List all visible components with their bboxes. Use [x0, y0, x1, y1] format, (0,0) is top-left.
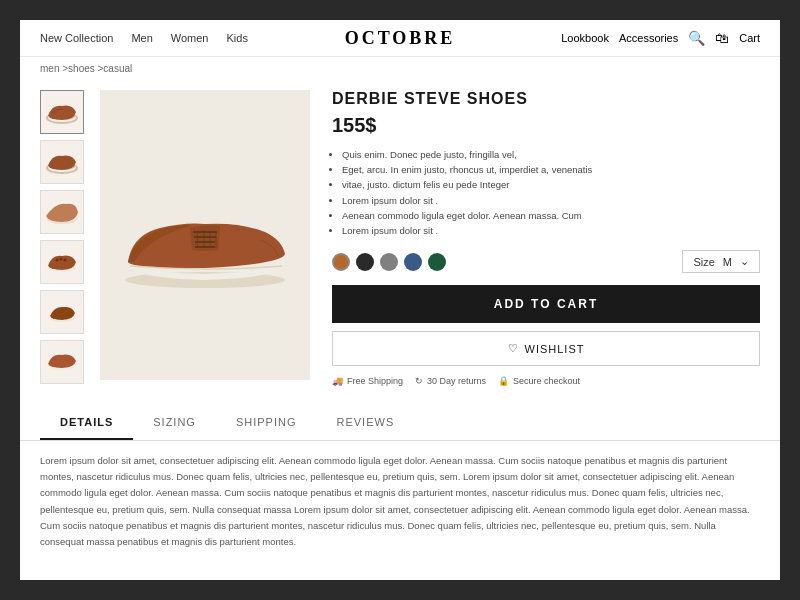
product-description: Quis enim. Donec pede justo, fringilla v…: [332, 147, 760, 238]
thumbnail-5[interactable]: [40, 290, 84, 334]
nav-men[interactable]: Men: [131, 32, 152, 44]
product-area: DERBIE STEVE SHOES 155$ Quis enim. Donec…: [20, 80, 780, 396]
free-shipping-feature: 🚚 Free Shipping: [332, 376, 403, 386]
desc-item-1: Quis enim. Donec pede justo, fringilla v…: [342, 147, 760, 162]
nav-kids[interactable]: Kids: [226, 32, 247, 44]
details-paragraph: Lorem ipsum dolor sit amet, consectetuer…: [40, 453, 760, 550]
svg-point-4: [64, 259, 67, 262]
details-content: Lorem ipsum dolor sit amet, consectetuer…: [20, 441, 780, 562]
breadcrumb: men >shoes >casual: [20, 57, 780, 80]
thumbnail-3[interactable]: [40, 190, 84, 234]
page-wrapper: New Collection Men Women Kids OCTOBRE Lo…: [20, 20, 780, 580]
cart-icon[interactable]: 🛍: [715, 30, 729, 46]
secure-checkout-feature: 🔒 Secure checkout: [498, 376, 580, 386]
svg-point-3: [60, 258, 63, 261]
desc-item-2: Eget, arcu. In enim justo, rhoncus ut, i…: [342, 162, 760, 177]
svg-point-2: [56, 259, 59, 262]
swatch-brown[interactable]: [332, 253, 350, 271]
swatch-black[interactable]: [356, 253, 374, 271]
returns-label: 30 Day returns: [427, 376, 486, 386]
brand-logo[interactable]: OCTOBRE: [345, 28, 456, 49]
tab-shipping[interactable]: SHIPPING: [216, 406, 317, 440]
desc-item-6: Lorem ipsum dolor sit .: [342, 223, 760, 238]
nav-new-collection[interactable]: New Collection: [40, 32, 113, 44]
thumbnail-list: [40, 90, 88, 386]
tab-reviews[interactable]: REVIEWS: [317, 406, 415, 440]
swatch-green[interactable]: [428, 253, 446, 271]
swatch-gray[interactable]: [380, 253, 398, 271]
color-swatches: [332, 253, 446, 271]
product-title: DERBIE STEVE SHOES: [332, 90, 760, 108]
refresh-icon: ↻: [415, 376, 423, 386]
thumbnail-6[interactable]: [40, 340, 84, 384]
secure-checkout-label: Secure checkout: [513, 376, 580, 386]
returns-feature: ↻ 30 Day returns: [415, 376, 486, 386]
nav-accessories[interactable]: Accessories: [619, 32, 678, 44]
wishlist-label: WISHLIST: [525, 343, 585, 355]
product-info: DERBIE STEVE SHOES 155$ Quis enim. Donec…: [322, 90, 760, 386]
desc-item-4: Lorem ipsum dolor sit .: [342, 193, 760, 208]
size-label: Size: [693, 256, 714, 268]
thumbnail-2[interactable]: [40, 140, 84, 184]
desc-item-5: Aenean commodo ligula eget dolor. Aenean…: [342, 208, 760, 223]
tabs-row: DETAILS SIZING SHIPPING REVIEWS: [20, 406, 780, 441]
nav-right: Lookbook Accessories 🔍 🛍 Cart: [561, 30, 760, 46]
truck-icon: 🚚: [332, 376, 343, 386]
tab-details[interactable]: DETAILS: [40, 406, 133, 440]
lock-icon: 🔒: [498, 376, 509, 386]
chevron-down-icon: ⌄: [740, 255, 749, 268]
heart-icon: ♡: [508, 342, 519, 355]
thumbnail-1[interactable]: [40, 90, 84, 134]
options-row: Size M ⌄: [332, 250, 760, 273]
nav-women[interactable]: Women: [171, 32, 209, 44]
size-selector[interactable]: Size M ⌄: [682, 250, 760, 273]
add-to-cart-button[interactable]: ADD TO CART: [332, 285, 760, 323]
tab-sizing[interactable]: SIZING: [133, 406, 216, 440]
size-value: M: [723, 256, 732, 268]
wishlist-button[interactable]: ♡ WISHLIST: [332, 331, 760, 366]
free-shipping-label: Free Shipping: [347, 376, 403, 386]
nav-left-links: New Collection Men Women Kids: [40, 32, 248, 44]
main-product-image: [100, 90, 310, 380]
search-icon[interactable]: 🔍: [688, 30, 705, 46]
thumbnail-4[interactable]: [40, 240, 84, 284]
desc-item-3: vitae, justo. dictum felis eu pede Integ…: [342, 177, 760, 192]
features-row: 🚚 Free Shipping ↻ 30 Day returns 🔒 Secur…: [332, 376, 760, 386]
cart-label[interactable]: Cart: [739, 32, 760, 44]
swatch-navy[interactable]: [404, 253, 422, 271]
nav-lookbook[interactable]: Lookbook: [561, 32, 609, 44]
navigation: New Collection Men Women Kids OCTOBRE Lo…: [20, 20, 780, 57]
product-price: 155$: [332, 114, 760, 137]
